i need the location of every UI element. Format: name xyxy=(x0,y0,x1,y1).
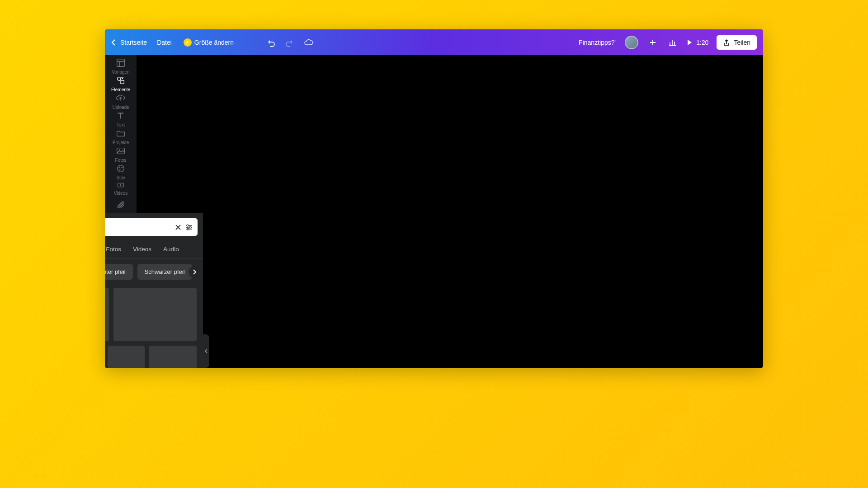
collapse-panel-button[interactable] xyxy=(203,334,209,368)
rail-label: Projekte xyxy=(113,140,129,145)
svg-point-5 xyxy=(118,165,124,172)
svg-point-13 xyxy=(187,228,189,230)
filter-button[interactable] xyxy=(185,224,193,231)
home-button[interactable]: Startseite xyxy=(111,39,147,46)
svg-point-6 xyxy=(119,167,120,168)
rail-photos[interactable]: Fotos xyxy=(106,146,136,163)
search-tabs: Alle Grafiken Fotos Videos Audio xyxy=(105,241,203,258)
rail-label: Videos xyxy=(114,191,127,196)
rail-label: Vorlagen xyxy=(112,70,129,75)
result-tile[interactable] xyxy=(149,346,197,368)
rail-label: Stile xyxy=(116,175,125,180)
svg-point-11 xyxy=(187,225,189,226)
svg-point-12 xyxy=(189,226,191,228)
rail-label: Text xyxy=(117,122,125,127)
svg-point-8 xyxy=(119,169,121,170)
text-icon xyxy=(116,111,126,121)
rail-videos[interactable]: Videos xyxy=(106,181,136,212)
rail-label: Fotos xyxy=(115,158,126,163)
videos-icon xyxy=(116,181,126,189)
elements-icon xyxy=(116,75,126,85)
avatar[interactable] xyxy=(625,36,638,49)
resize-button[interactable]: ★ Größe ändern xyxy=(182,36,236,49)
result-tile[interactable] xyxy=(105,288,109,341)
add-member-button[interactable] xyxy=(646,36,659,49)
elements-panel: Alle Grafiken Fotos Videos Audio Pfeil u… xyxy=(105,213,203,368)
templates-icon xyxy=(116,58,126,68)
photos-icon xyxy=(116,146,126,156)
tab-audio[interactable]: Audio xyxy=(162,241,180,258)
duration-label: 1:20 xyxy=(696,39,708,46)
play-duration[interactable]: 1:20 xyxy=(686,39,708,46)
svg-rect-2 xyxy=(121,80,124,84)
chips-scroll-right[interactable] xyxy=(189,266,200,278)
rail-projects[interactable]: Projekte xyxy=(106,128,136,145)
chip-roter-pfeil[interactable]: Roter pfeil xyxy=(105,264,133,280)
tab-photos[interactable]: Fotos xyxy=(105,241,122,258)
rail-more[interactable] xyxy=(106,197,136,212)
svg-point-7 xyxy=(121,167,123,169)
analytics-button[interactable] xyxy=(667,37,678,48)
topbar: Startseite Datei ★ Größe ändern Finanzti… xyxy=(105,29,763,55)
chip-schwarzer-pfeil[interactable]: Schwarzer pfeil xyxy=(137,264,192,280)
rail-elements[interactable]: Elemente xyxy=(106,75,136,92)
share-button[interactable]: Teilen xyxy=(717,35,757,50)
share-label: Teilen xyxy=(734,39,750,46)
chevron-left-icon xyxy=(205,349,208,353)
rail-label: Uploads xyxy=(113,105,129,110)
projects-icon xyxy=(116,128,126,138)
svg-point-1 xyxy=(118,77,121,80)
redo-button[interactable] xyxy=(284,37,295,48)
chevron-right-icon xyxy=(193,269,196,275)
chevron-left-icon xyxy=(111,39,116,46)
plus-icon xyxy=(650,39,656,46)
styles-icon xyxy=(116,164,126,174)
crown-icon: ★ xyxy=(184,38,192,47)
hatch-icon xyxy=(116,200,126,210)
undo-button[interactable] xyxy=(265,37,276,48)
left-rail: Vorlagen Elemente Uploads Text Projekte … xyxy=(105,55,137,368)
result-tile[interactable] xyxy=(113,288,197,341)
sliders-icon xyxy=(185,224,193,231)
rail-text[interactable]: Text xyxy=(106,111,136,127)
rail-uploads[interactable]: Uploads xyxy=(106,93,136,110)
document-name[interactable]: Finanztipps?` xyxy=(579,39,617,46)
search-input-wrap xyxy=(105,218,198,236)
clear-search-button[interactable] xyxy=(175,224,181,230)
results-grid xyxy=(105,285,203,368)
uploads-icon xyxy=(116,93,126,103)
cloud-sync-button[interactable] xyxy=(303,37,314,48)
result-tile[interactable] xyxy=(108,346,145,368)
suggestion-chips: Pfeil unten Roter pfeil Schwarzer pfeil xyxy=(105,258,203,285)
rail-styles[interactable]: Stile xyxy=(106,164,136,180)
cloud-icon xyxy=(304,38,314,47)
search-input[interactable] xyxy=(105,224,171,231)
play-icon xyxy=(686,39,693,46)
tab-videos[interactable]: Videos xyxy=(132,241,152,258)
svg-point-4 xyxy=(119,150,120,151)
home-label: Startseite xyxy=(120,39,147,46)
chart-icon xyxy=(668,38,677,47)
file-menu[interactable]: Datei xyxy=(155,36,174,49)
rail-label: Elemente xyxy=(111,87,130,92)
redo-icon xyxy=(285,38,294,47)
share-icon xyxy=(723,39,730,46)
rail-templates[interactable]: Vorlagen xyxy=(106,58,136,75)
close-icon xyxy=(175,224,181,230)
undo-icon xyxy=(266,38,275,47)
svg-rect-0 xyxy=(117,59,125,67)
resize-label: Größe ändern xyxy=(194,39,234,46)
